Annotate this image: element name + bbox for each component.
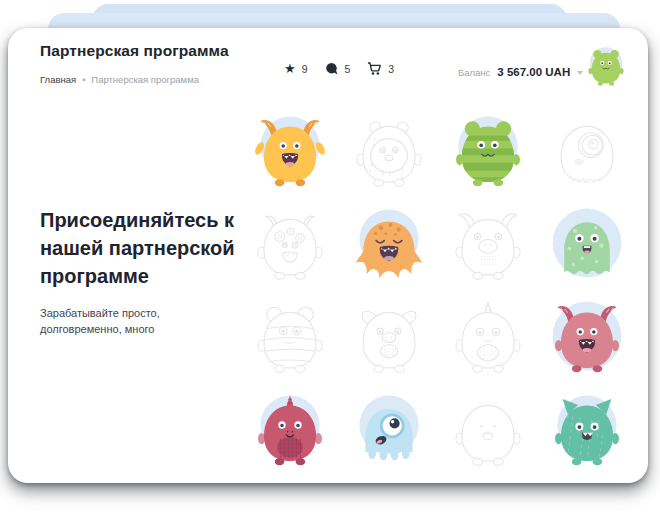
monster-yellow-horned-monster <box>240 105 339 198</box>
breadcrumb-home[interactable]: Главная <box>40 74 76 85</box>
page: Партнерская программа Главная • Партнерс… <box>0 0 660 523</box>
breadcrumb-current: Партнерская программа <box>91 74 199 85</box>
cart-icon <box>367 61 382 76</box>
balance-label: Баланс <box>458 67 490 78</box>
star-icon: ★ <box>284 62 296 75</box>
caret-down-icon <box>577 71 583 75</box>
breadcrumb: Главная • Партнерская программа <box>40 74 199 85</box>
page-title: Партнерская программа <box>40 42 229 60</box>
monster-sketch-unicorn-monster <box>438 291 537 384</box>
favorites-count: 9 <box>302 63 308 75</box>
monster-sketch-floppy-ear-monster <box>339 291 438 384</box>
cart-stat[interactable]: 3 <box>367 61 394 76</box>
balance-value: 3 567.00 UAH <box>497 66 570 78</box>
favorites-stat[interactable]: ★ 9 <box>284 62 308 75</box>
hero-subheading: Зарабатывайте просто, долговременно, мно… <box>40 305 262 337</box>
monster-pink-horned-monster <box>537 291 636 384</box>
monster-teal-furry-monster <box>537 384 636 477</box>
hero-heading: Присоединяйтесь к нашей партнерской прог… <box>40 206 262 290</box>
balance-dropdown[interactable]: Баланс 3 567.00 UAH <box>458 66 583 78</box>
monster-green-striped-monster <box>438 105 537 198</box>
monster-sketch-furry-monster <box>339 105 438 198</box>
monster-orange-octopus-monster <box>339 198 438 291</box>
hero-section: Присоединяйтесь к нашей партнерской прог… <box>40 206 262 337</box>
monster-green-ghost-monster <box>537 198 636 291</box>
messages-count: 5 <box>345 63 351 75</box>
main-card: Партнерская программа Главная • Партнерс… <box>8 28 648 483</box>
monster-sketch-cyclops-monster <box>537 105 636 198</box>
monster-grid <box>240 105 636 477</box>
monster-sketch-multieye-monster <box>240 198 339 291</box>
monster-sketch-striped-monster <box>240 291 339 384</box>
monster-sketch-horned-monster <box>438 198 537 291</box>
breadcrumb-separator: • <box>82 75 85 85</box>
monster-raspberry-unicorn-monster <box>240 384 339 477</box>
messages-stat[interactable]: 5 <box>325 62 351 76</box>
monster-blue-cyclops-octopus-monster <box>339 384 438 477</box>
cart-count: 3 <box>388 63 394 75</box>
monster-sketch-plain-monster <box>438 384 537 477</box>
user-avatar[interactable] <box>584 46 628 92</box>
chat-icon <box>325 62 339 76</box>
header-stats: ★ 9 5 <box>284 61 394 76</box>
